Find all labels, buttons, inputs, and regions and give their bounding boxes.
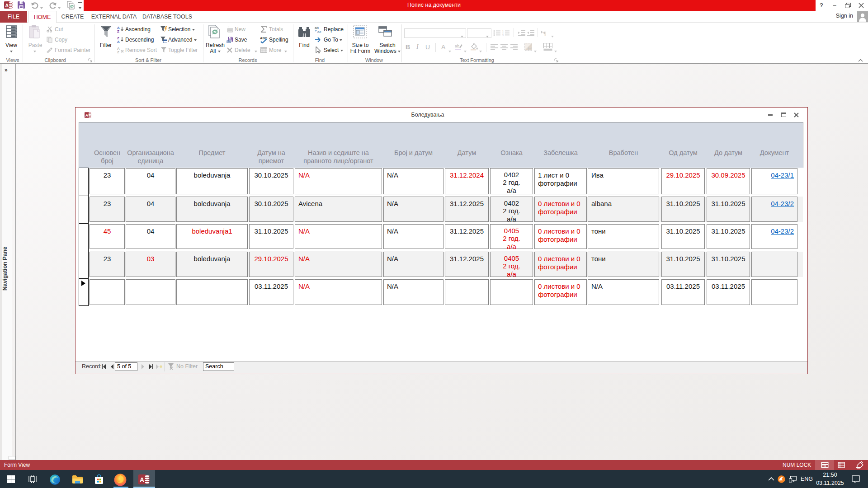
svg-text:A: A [5,3,9,8]
svg-text:3: 3 [502,34,504,36]
svg-text:A: A [85,113,89,117]
svg-text:Z: Z [117,29,119,33]
svg-text:A: A [117,40,120,43]
svg-text:¶: ¶ [543,30,546,36]
svg-text:ac: ac [317,30,321,33]
svg-text:A: A [140,476,144,483]
svg-text:ab: ab [315,26,319,30]
svg-text:ab: ab [455,44,459,48]
svg-text:Z: Z [117,50,119,53]
